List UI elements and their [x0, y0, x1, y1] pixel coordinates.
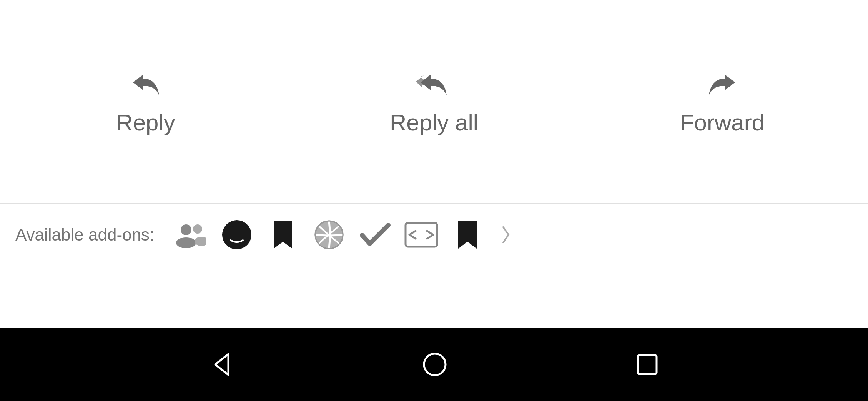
email-actions: Reply Reply all Forward	[0, 0, 868, 203]
check-addon-icon[interactable]	[358, 217, 392, 252]
svg-point-0	[181, 224, 191, 235]
face-addon-icon[interactable]	[219, 217, 254, 252]
reply-label: Reply	[116, 109, 175, 136]
svg-point-1	[176, 237, 196, 248]
android-nav-bar	[0, 328, 868, 401]
addons-label: Available add-ons:	[15, 225, 154, 244]
forward-icon	[705, 68, 740, 102]
svg-point-3	[195, 237, 206, 246]
contacts-addon-icon[interactable]	[173, 217, 208, 252]
recents-button[interactable]	[635, 352, 660, 377]
forward-button[interactable]: Forward	[578, 52, 866, 151]
reply-icon	[128, 68, 163, 102]
main-area: Reply Reply all Forward	[0, 0, 868, 266]
reply-all-label: Reply all	[390, 109, 478, 136]
home-button[interactable]	[421, 351, 448, 378]
addons-bar: Available add-ons:	[0, 204, 868, 266]
svg-point-14	[424, 354, 446, 375]
svg-point-10	[231, 222, 243, 227]
back-button[interactable]	[208, 351, 235, 378]
scroll-right-indicator	[500, 223, 512, 246]
code-addon-icon[interactable]	[404, 217, 439, 252]
reply-button[interactable]: Reply	[2, 52, 290, 151]
forward-label: Forward	[680, 109, 765, 136]
svg-point-2	[193, 224, 202, 234]
reply-all-button[interactable]: Reply all	[290, 52, 578, 151]
bookmark-addon-icon[interactable]	[266, 217, 300, 252]
candy-addon-icon[interactable]	[312, 217, 346, 252]
reply-all-icon	[413, 68, 455, 102]
svg-rect-15	[638, 355, 657, 374]
bookmark2-addon-icon[interactable]	[450, 217, 485, 252]
